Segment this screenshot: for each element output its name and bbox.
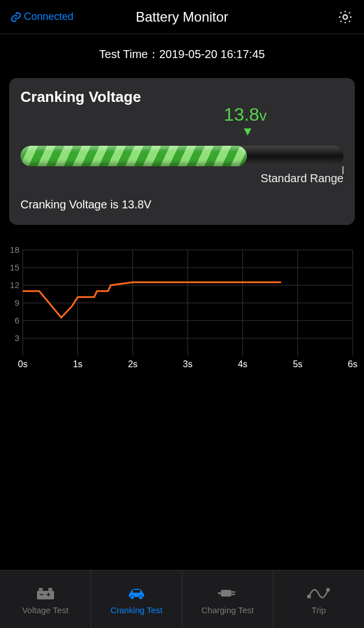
- settings-button[interactable]: [337, 9, 354, 26]
- svg-point-39: [327, 589, 329, 591]
- app-header: Connected Battery Monitor: [0, 0, 364, 34]
- connection-label: Connected: [24, 11, 73, 23]
- svg-rect-28: [39, 588, 43, 591]
- voltage-chart: 3691215180s1s2s3s4s5s6s: [7, 245, 357, 371]
- cranking-voltage-card: Cranking Voltage 13.8v ▼ Standard Range …: [9, 78, 355, 225]
- summary-prefix: Cranking Voltage is: [20, 198, 122, 211]
- svg-point-32: [139, 596, 143, 600]
- svg-text:4s: 4s: [238, 359, 247, 369]
- wave-icon: [307, 584, 330, 602]
- tab-label: Voltage Test: [22, 605, 68, 615]
- svg-text:6s: 6s: [348, 359, 357, 369]
- svg-text:15: 15: [10, 262, 19, 272]
- tab-label: Charging Test: [201, 605, 254, 615]
- svg-text:5s: 5s: [293, 359, 303, 369]
- svg-text:18: 18: [10, 245, 19, 255]
- link-icon: [10, 11, 22, 23]
- car-icon: [125, 584, 148, 602]
- svg-rect-29: [48, 588, 52, 591]
- voltage-reading: 13.8v: [224, 104, 267, 125]
- svg-rect-37: [218, 592, 221, 594]
- page-title: Battery Monitor: [136, 9, 229, 25]
- voltage-value: 13.8: [224, 104, 259, 125]
- svg-point-31: [130, 596, 134, 600]
- svg-rect-33: [133, 590, 140, 593]
- svg-text:2s: 2s: [128, 359, 138, 369]
- card-summary: Cranking Voltage is 13.8V: [20, 198, 344, 211]
- tab-charging-test[interactable]: Charging Test: [183, 570, 274, 628]
- test-time-value: 2019-05-20 16:17:45: [159, 48, 265, 60]
- svg-point-0: [343, 15, 347, 19]
- svg-rect-27: [37, 591, 54, 600]
- test-time-label: Test Time：: [99, 48, 159, 60]
- tab-label: Trip: [312, 605, 326, 615]
- svg-text:0s: 0s: [18, 359, 28, 369]
- voltage-unit: v: [259, 107, 267, 124]
- svg-text:6: 6: [15, 315, 19, 325]
- svg-text:9: 9: [15, 298, 19, 307]
- svg-text:3s: 3s: [183, 359, 193, 369]
- svg-rect-36: [231, 594, 235, 596]
- svg-point-38: [308, 596, 311, 598]
- tab-bar: Voltage Test Cranking Test Charging Test…: [0, 570, 364, 628]
- svg-rect-35: [231, 592, 235, 593]
- gear-icon: [337, 9, 353, 25]
- tab-cranking-test[interactable]: Cranking Test: [91, 570, 182, 628]
- tab-trip[interactable]: Trip: [274, 570, 364, 628]
- svg-text:12: 12: [10, 280, 19, 290]
- card-title: Cranking Voltage: [20, 88, 344, 106]
- plug-icon: [216, 584, 239, 602]
- battery-icon: [34, 584, 57, 602]
- bar-fill: [20, 146, 247, 166]
- summary-value: 13.8V: [122, 198, 151, 211]
- pointer-icon: ▼: [242, 129, 254, 134]
- svg-rect-34: [221, 590, 231, 597]
- svg-text:1s: 1s: [73, 359, 82, 369]
- voltage-bar: 13.8v ▼ Standard Range: [20, 146, 344, 166]
- tab-label: Cranking Test: [110, 605, 162, 615]
- chart-svg: 3691215180s1s2s3s4s5s6s: [7, 245, 357, 371]
- tab-voltage-test[interactable]: Voltage Test: [0, 570, 91, 628]
- connection-status: Connected: [10, 11, 73, 23]
- svg-text:3: 3: [15, 333, 19, 343]
- bar-track: [20, 146, 344, 166]
- test-time: Test Time：2019-05-20 16:17:45: [0, 47, 364, 62]
- svg-rect-30: [40, 594, 44, 596]
- range-label: Standard Range: [260, 172, 344, 185]
